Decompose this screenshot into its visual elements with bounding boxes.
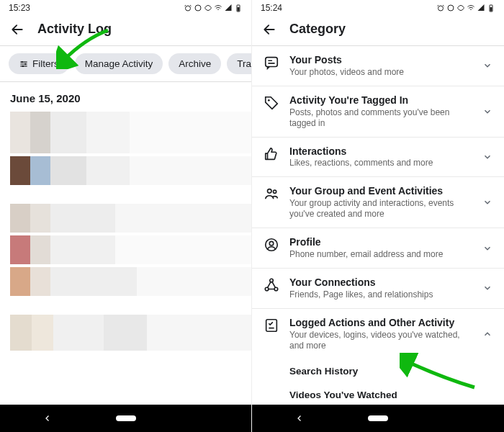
svg-point-7: [438, 6, 444, 11]
svg-point-6: [22, 65, 24, 66]
back-button[interactable]: [262, 22, 276, 37]
category-profile[interactable]: ProfilePhone number, email address and m…: [252, 228, 504, 269]
svg-rect-11: [266, 58, 278, 67]
status-icons: [184, 4, 243, 12]
right-phone: 15:24 Category Your PostsYour photos, vi…: [252, 0, 504, 432]
page-title: Activity Log: [37, 22, 112, 37]
chip-row: Filters Manage Activity Archive Trash: [0, 46, 251, 81]
android-nav-bar: [252, 405, 504, 432]
svg-point-8: [448, 5, 454, 11]
chevron-down-icon: [481, 283, 494, 293]
category-your-posts[interactable]: Your PostsYour photos, videos and more: [252, 46, 504, 86]
people-icon: [264, 186, 279, 202]
trash-chip[interactable]: Trash: [227, 53, 251, 74]
redacted-content: [0, 112, 251, 432]
chevron-down-icon: [481, 197, 494, 207]
filters-chip[interactable]: Filters: [9, 53, 69, 74]
svg-rect-20: [266, 320, 277, 332]
nav-home-pill[interactable]: [368, 415, 388, 421]
page-title: Category: [289, 22, 346, 37]
svg-point-16: [269, 242, 274, 246]
category-connections[interactable]: Your ConnectionsFriends, Page likes, and…: [252, 269, 504, 309]
subitem-search-history[interactable]: Search History: [252, 359, 504, 383]
svg-point-1: [195, 5, 201, 11]
thumbs-up-icon: [264, 146, 279, 162]
battery-icon: [487, 4, 495, 12]
header: Category: [252, 14, 504, 45]
cat-title: Your Group and Event Activities: [289, 185, 471, 197]
sync-icon: [446, 4, 455, 12]
chevron-down-icon: [481, 152, 494, 162]
cat-title: Logged Actions and Other Activity: [289, 317, 471, 329]
filters-chip-label: Filters: [32, 58, 59, 69]
status-icons: [436, 4, 495, 12]
signal-icon: [224, 4, 233, 12]
subitem-videos-watched[interactable]: Videos You've Watched: [252, 383, 504, 407]
svg-rect-10: [490, 7, 492, 12]
profile-icon: [264, 237, 279, 253]
signal-icon: [477, 4, 485, 12]
nav-back-icon[interactable]: [43, 414, 52, 423]
status-bar: 15:23: [0, 0, 251, 14]
cat-title: Your Posts: [289, 54, 471, 66]
alarm-icon: [436, 4, 445, 12]
sync-icon: [194, 4, 202, 12]
wifi-icon: [467, 4, 475, 12]
wifi-icon: [214, 4, 222, 12]
chevron-up-icon: [481, 329, 494, 339]
svg-point-14: [273, 191, 276, 194]
svg-rect-3: [238, 7, 240, 12]
visibility-icon: [456, 4, 465, 12]
alarm-icon: [184, 4, 192, 12]
chevron-down-icon: [481, 60, 494, 71]
category-list: Your PostsYour photos, videos and more A…: [252, 46, 504, 432]
svg-point-13: [268, 189, 272, 194]
chip-label: Manage Activity: [85, 58, 153, 69]
status-time: 15:24: [261, 3, 282, 13]
cat-sub: Your photos, videos and more: [289, 67, 471, 78]
cat-sub: Your group activity and interactions, ev…: [289, 198, 471, 220]
connections-icon: [264, 277, 279, 293]
manage-activity-chip[interactable]: Manage Activity: [75, 53, 163, 74]
chevron-down-icon: [481, 107, 494, 117]
date-header: June 15, 2020: [0, 82, 251, 112]
cat-title: Activity You're Tagged In: [289, 94, 471, 107]
chip-label: Archive: [179, 58, 211, 69]
battery-icon: [234, 4, 243, 12]
chip-label: Trash: [237, 58, 251, 69]
checklist-icon: [264, 318, 279, 333]
cat-sub: Phone number, email address and more: [289, 249, 471, 260]
archive-chip[interactable]: Archive: [168, 53, 221, 74]
category-logged-actions[interactable]: Logged Actions and Other ActivityYour de…: [252, 309, 504, 359]
cat-sub: Likes, reactions, comments and more: [289, 158, 471, 168]
category-tagged[interactable]: Activity You're Tagged InPosts, photos a…: [252, 86, 504, 138]
nav-back-icon[interactable]: [295, 414, 304, 423]
header: Activity Log: [0, 14, 251, 45]
cat-sub: Friends, Page likes, and relationships: [289, 289, 471, 300]
sliders-icon: [19, 59, 29, 69]
category-groups-events[interactable]: Your Group and Event ActivitiesYour grou…: [252, 177, 504, 228]
arrow-left-icon: [10, 22, 24, 37]
android-nav-bar: [0, 405, 251, 432]
svg-point-4: [22, 60, 23, 62]
arrow-left-icon: [262, 22, 276, 37]
left-phone: 15:23 Activity Log Filters Manage Activ: [0, 0, 252, 432]
cat-title: Your Connections: [289, 276, 471, 289]
visibility-icon: [204, 4, 212, 12]
status-time: 15:23: [9, 3, 30, 13]
svg-point-12: [268, 99, 270, 102]
svg-point-5: [24, 63, 26, 64]
tag-icon: [264, 95, 279, 111]
svg-point-0: [186, 6, 191, 11]
status-bar: 15:24: [252, 0, 504, 14]
cat-sub: Your devices, logins, videos you've watc…: [289, 330, 471, 351]
category-interactions[interactable]: InteractionsLikes, reactions, comments a…: [252, 138, 504, 178]
cat-title: Profile: [289, 236, 471, 248]
cat-title: Interactions: [289, 145, 471, 158]
nav-home-pill[interactable]: [116, 415, 136, 421]
post-icon: [264, 55, 279, 71]
cat-sub: Posts, photos and comments you've been t…: [289, 107, 471, 129]
back-button[interactable]: [10, 22, 24, 37]
chevron-down-icon: [481, 243, 494, 253]
